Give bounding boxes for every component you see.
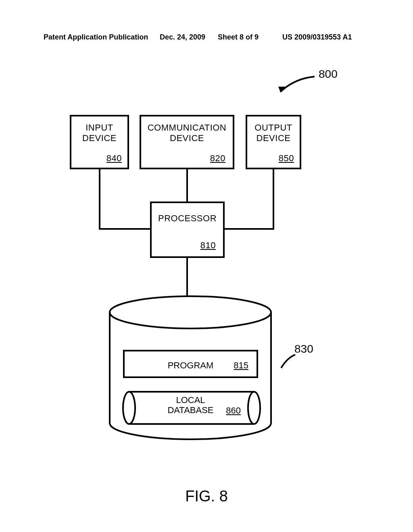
input-device-label-line1: INPUT (86, 123, 113, 133)
processor-label: PROCESSOR (152, 213, 223, 224)
output-device-block: OUTPUT DEVICE 850 (246, 115, 301, 169)
input-device-refnum: 840 (106, 153, 122, 164)
header-publication-number: US 2009/0319553 A1 (282, 33, 352, 42)
output-device-refnum: 850 (279, 153, 294, 164)
program-block: PROGRAM 815 (123, 350, 258, 378)
comm-device-label-line2: DEVICE (170, 133, 204, 143)
output-device-label-line2: DEVICE (257, 133, 291, 143)
header-publication-type: Patent Application Publication (44, 33, 148, 42)
program-refnum: 815 (234, 360, 248, 371)
page: Patent Application Publication Dec. 24, … (0, 0, 413, 532)
header-date: Dec. 24, 2009 (160, 33, 205, 42)
header-sheet: Sheet 8 of 9 (218, 33, 259, 42)
connector-input-vertical (99, 169, 100, 230)
input-device-block: INPUT DEVICE 840 (70, 115, 129, 169)
comm-device-label-line1: COMMUNICATION (148, 123, 227, 133)
leader-hook-icon (279, 354, 299, 370)
block-diagram: 800 INPUT DEVICE 840 COMMUNICATION DEVIC… (0, 60, 413, 504)
leader-arrow-icon (274, 73, 323, 97)
local-database-refnum: 860 (226, 405, 241, 416)
comm-device-refnum: 820 (210, 153, 225, 164)
local-database-label-line1: LOCAL (176, 395, 205, 405)
communication-device-block: COMMUNICATION DEVICE 820 (140, 115, 234, 169)
processor-refnum: 810 (200, 240, 216, 251)
figure-caption: FIG. 8 (0, 488, 413, 505)
connector-output-vertical (273, 169, 274, 230)
processor-block: PROCESSOR 810 (150, 202, 225, 258)
connector-comm-to-processor (186, 169, 188, 203)
svg-point-1 (110, 296, 271, 328)
connector-output-horizontal (223, 228, 274, 230)
connector-input-horizontal (99, 228, 152, 230)
local-database-label-line2: DATABASE (167, 405, 213, 415)
output-device-label-line1: OUTPUT (254, 123, 292, 133)
input-device-label-line2: DEVICE (82, 133, 117, 143)
